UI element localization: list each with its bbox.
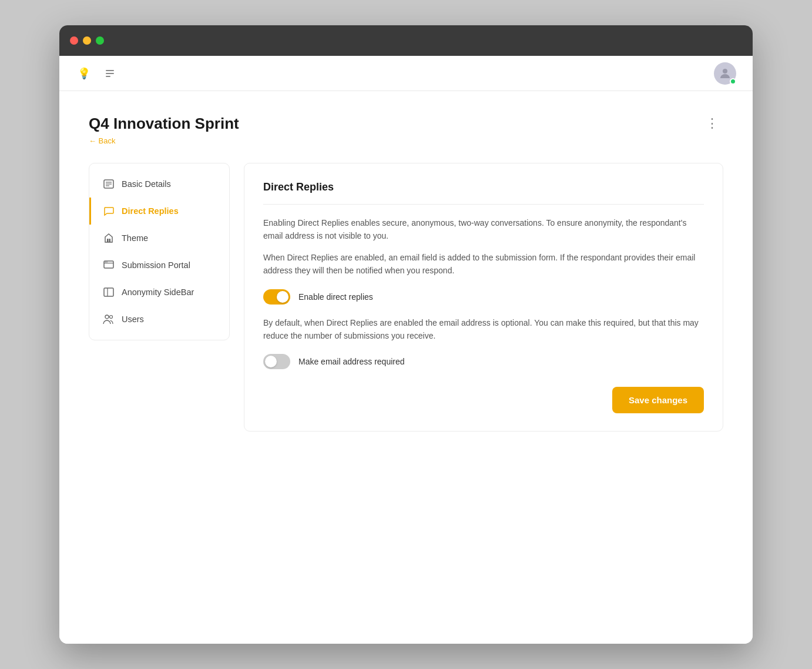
make-email-required-row: Make email address required xyxy=(263,354,704,369)
basic-details-icon xyxy=(103,178,115,190)
users-icon xyxy=(103,313,115,325)
toggle-thumb-enable xyxy=(277,291,288,303)
submission-portal-icon xyxy=(103,259,115,271)
svg-rect-0 xyxy=(106,70,114,71)
description-text-2: When Direct Replies are enabled, an emai… xyxy=(263,251,704,277)
titlebar xyxy=(59,25,753,56)
sidebar-item-basic-details-label: Basic Details xyxy=(122,179,171,189)
panel-title: Direct Replies xyxy=(263,181,704,205)
enable-direct-replies-toggle[interactable] xyxy=(263,289,290,305)
avatar-wrapper[interactable] xyxy=(714,62,736,85)
topbar: 💡 xyxy=(59,56,753,91)
sidebar-item-users-label: Users xyxy=(122,315,144,324)
main-layout: Basic Details Direct Replies xyxy=(89,163,723,431)
description-text-3: By default, when Direct Replies are enab… xyxy=(263,316,704,343)
page-title: Q4 Innovation Sprint xyxy=(89,115,239,133)
theme-icon xyxy=(103,232,115,244)
more-options-button[interactable]: ⋮ xyxy=(701,115,723,132)
save-changes-button[interactable]: Save changes xyxy=(612,387,704,413)
svg-rect-2 xyxy=(106,76,110,77)
sidebar-item-submission-portal-label: Submission Portal xyxy=(122,260,190,270)
content-panel: Direct Replies Enabling Direct Replies e… xyxy=(244,163,723,431)
sidebar-item-submission-portal[interactable]: Submission Portal xyxy=(89,252,229,279)
svg-rect-9 xyxy=(109,239,111,242)
sidebar-item-direct-replies[interactable]: Direct Replies xyxy=(89,198,229,225)
svg-point-12 xyxy=(105,262,106,263)
enable-direct-replies-row: Enable direct replies xyxy=(263,289,704,305)
anonymity-sidebar-icon xyxy=(103,286,115,298)
minimize-button[interactable] xyxy=(83,36,91,45)
svg-point-3 xyxy=(723,69,727,73)
svg-point-13 xyxy=(106,262,108,263)
back-link[interactable]: ← Back xyxy=(89,136,239,145)
sidebar-item-direct-replies-label: Direct Replies xyxy=(122,206,179,216)
sidebar-item-users[interactable]: Users xyxy=(89,306,229,333)
svg-rect-8 xyxy=(107,239,109,242)
sidebar-item-anonymity-sidebar[interactable]: Anonymity SideBar xyxy=(89,279,229,306)
avatar-online-dot xyxy=(730,78,736,85)
sidebar-item-theme[interactable]: Theme xyxy=(89,225,229,252)
enable-direct-replies-label: Enable direct replies xyxy=(298,292,373,302)
sidebar-item-theme-label: Theme xyxy=(122,233,148,243)
page: Q4 Innovation Sprint ← Back ⋮ xyxy=(59,91,753,455)
app-content: 💡 xyxy=(59,56,753,644)
save-row: Save changes xyxy=(263,387,704,413)
svg-point-16 xyxy=(105,315,109,319)
expand-icon[interactable] xyxy=(102,65,118,82)
sidebar-item-anonymity-sidebar-label: Anonymity SideBar xyxy=(122,287,194,297)
sidebar-item-basic-details[interactable]: Basic Details xyxy=(89,170,229,198)
make-email-required-toggle[interactable] xyxy=(263,354,290,369)
topbar-left: 💡 xyxy=(76,65,118,82)
page-header-left: Q4 Innovation Sprint ← Back xyxy=(89,115,239,145)
svg-rect-1 xyxy=(106,73,114,74)
maximize-button[interactable] xyxy=(96,36,104,45)
make-email-required-label: Make email address required xyxy=(298,357,405,366)
close-button[interactable] xyxy=(70,36,78,45)
svg-point-17 xyxy=(110,316,113,319)
sidebar: Basic Details Direct Replies xyxy=(89,163,230,340)
page-header: Q4 Innovation Sprint ← Back ⋮ xyxy=(89,115,723,145)
bulb-icon: 💡 xyxy=(76,65,92,82)
app-window: 💡 xyxy=(59,25,753,644)
direct-replies-icon xyxy=(103,205,115,217)
svg-rect-14 xyxy=(104,288,113,296)
description-text-1: Enabling Direct Replies enables secure, … xyxy=(263,216,704,243)
